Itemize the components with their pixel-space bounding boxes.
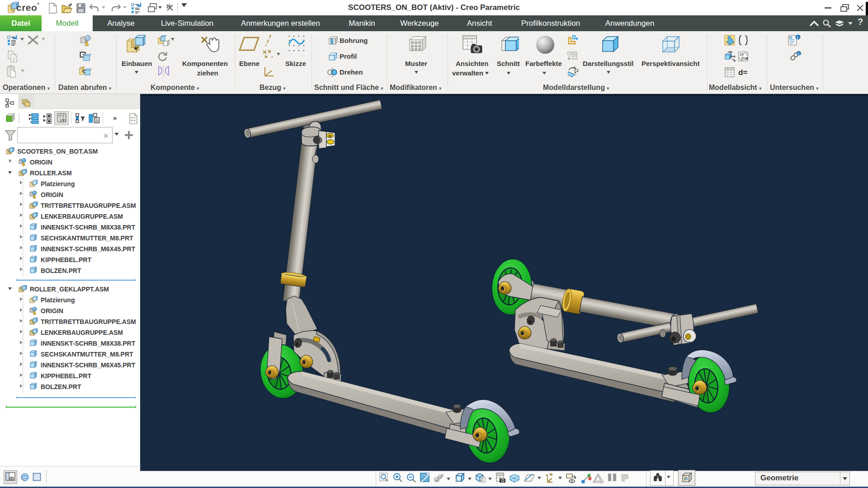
svg-text:2: 2 xyxy=(576,68,579,73)
svg-text:fx: fx xyxy=(741,56,745,61)
svg-text:d=: d= xyxy=(738,68,747,77)
svg-text:x: x xyxy=(574,70,576,75)
